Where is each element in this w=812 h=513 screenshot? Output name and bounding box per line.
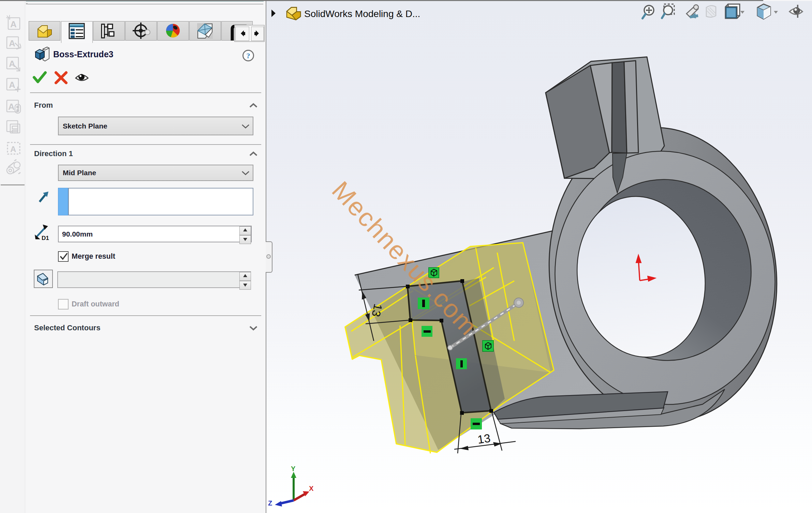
svg-text:D1: D1 xyxy=(42,235,49,241)
svg-text:?: ? xyxy=(247,51,250,60)
svg-text:A: A xyxy=(10,19,17,29)
svg-text:13: 13 xyxy=(369,303,385,318)
svg-text:A: A xyxy=(9,38,15,48)
svg-text:A: A xyxy=(9,59,15,69)
svg-text:A: A xyxy=(8,102,15,112)
svg-text:13: 13 xyxy=(477,432,491,446)
svg-text:Z: Z xyxy=(268,499,272,507)
svg-text:X: X xyxy=(309,485,314,492)
svg-text:A: A xyxy=(9,80,15,90)
svg-text:A: A xyxy=(10,145,16,154)
svg-text:Y: Y xyxy=(291,465,296,472)
